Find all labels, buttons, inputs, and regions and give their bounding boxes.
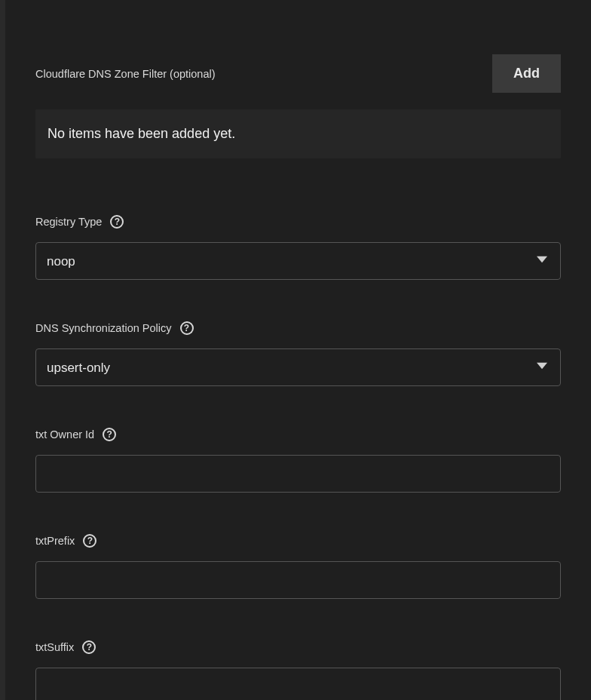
txt-suffix-input[interactable]	[35, 668, 561, 700]
txt-owner-id-label: txt Owner Id	[35, 428, 94, 441]
registry-type-select[interactable]: noop	[35, 242, 561, 280]
zone-filter-header: Cloudflare DNS Zone Filter (optional) Ad…	[35, 0, 561, 93]
registry-type-label: Registry Type	[35, 216, 102, 228]
sync-policy-select-wrap: upsert-only	[35, 348, 561, 386]
add-button[interactable]: Add	[492, 54, 561, 93]
txt-prefix-input[interactable]	[35, 561, 561, 599]
txt-owner-id-label-row: txt Owner Id ?	[35, 428, 561, 441]
help-icon[interactable]: ?	[110, 215, 124, 229]
left-edge-strip	[0, 0, 5, 700]
help-icon[interactable]: ?	[83, 534, 96, 548]
form-panel: Cloudflare DNS Zone Filter (optional) Ad…	[5, 0, 591, 700]
txt-owner-id-input[interactable]	[35, 455, 561, 493]
help-icon[interactable]: ?	[180, 321, 194, 335]
sync-policy-label: DNS Synchronization Policy	[35, 322, 172, 334]
txt-owner-id-field: txt Owner Id ?	[35, 428, 561, 493]
txt-suffix-field: txtSuffix ?	[35, 640, 561, 700]
txt-suffix-label-row: txtSuffix ?	[35, 640, 561, 654]
help-icon[interactable]: ?	[82, 640, 96, 654]
registry-type-select-wrap: noop	[35, 242, 561, 280]
txt-prefix-label-row: txtPrefix ?	[35, 534, 561, 548]
txt-prefix-label: txtPrefix	[35, 535, 75, 547]
sync-policy-field: DNS Synchronization Policy ? upsert-only	[35, 321, 561, 386]
sync-policy-select[interactable]: upsert-only	[35, 348, 561, 386]
txt-suffix-label: txtSuffix	[35, 641, 74, 653]
registry-type-label-row: Registry Type ?	[35, 215, 561, 229]
sync-policy-label-row: DNS Synchronization Policy ?	[35, 321, 561, 335]
zone-filter-label: Cloudflare DNS Zone Filter (optional)	[35, 68, 216, 80]
registry-type-field: Registry Type ? noop	[35, 215, 561, 280]
help-icon[interactable]: ?	[103, 428, 116, 441]
zone-filter-empty-banner: No items have been added yet.	[35, 109, 561, 158]
txt-prefix-field: txtPrefix ?	[35, 534, 561, 599]
